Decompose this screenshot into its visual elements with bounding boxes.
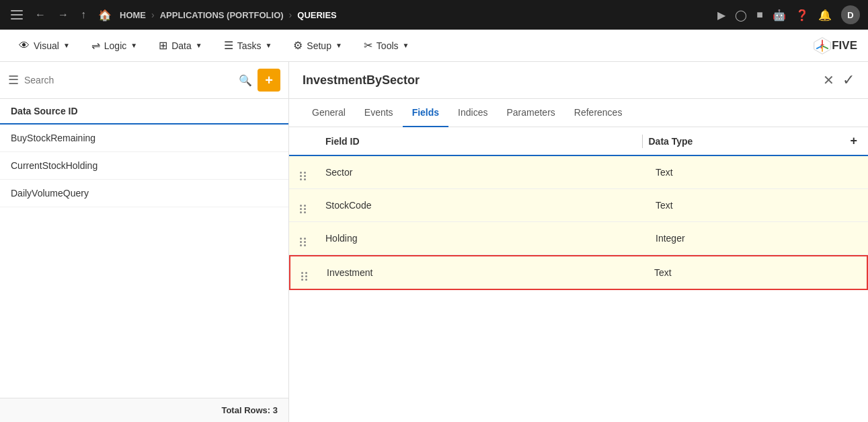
- five-logo-text: FIVE: [832, 39, 857, 52]
- drag-handle-icon[interactable]: [301, 265, 321, 281]
- breadcrumb: 🏠 HOME › APPLICATIONS (PORTFOLIO) › QUER…: [95, 6, 711, 24]
- field-id-header: Field ID: [320, 136, 637, 147]
- help-icon[interactable]: ❓: [795, 9, 809, 22]
- data-type-cell: Text: [656, 167, 857, 178]
- confirm-button[interactable]: ✓: [842, 71, 855, 89]
- nav-tools-label: Tools: [377, 40, 399, 51]
- total-rows-label: Total Rows: 3: [221, 405, 278, 415]
- secondary-nav: 👁 Visual ▼ ⇌ Logic ▼ ⊞ Data ▼ ☰ Tasks ▼ …: [0, 30, 868, 62]
- field-id-cell: Investment: [321, 267, 654, 278]
- sidebar-item-current-stock[interactable]: CurrentStockHolding: [0, 152, 288, 180]
- table-header: Field ID Data Type +: [289, 127, 868, 156]
- top-nav-bar: ← → ↑ 🏠 HOME › APPLICATIONS (PORTFOLIO) …: [0, 0, 868, 30]
- drag-handle-icon[interactable]: [300, 230, 320, 246]
- tasks-icon: ☰: [224, 39, 233, 52]
- preview-icon[interactable]: ◯: [735, 9, 747, 22]
- data-type-cell: Text: [654, 267, 856, 278]
- table-row-selected[interactable]: Investment Text: [289, 255, 868, 290]
- setup-icon: ⚙: [293, 39, 303, 52]
- data-type-cell: Integer: [656, 233, 857, 244]
- sidebar-item-label: BuyStockRemaining: [11, 133, 95, 143]
- breadcrumb-sep-2: ›: [289, 9, 292, 20]
- filter-icon: ☰: [8, 73, 19, 87]
- drag-handle-icon[interactable]: [300, 197, 320, 213]
- sidebar-footer: Total Rows: 3: [0, 398, 288, 422]
- tab-general[interactable]: General: [303, 99, 355, 127]
- breadcrumb-apps[interactable]: APPLICATIONS (PORTFOLIO): [160, 10, 284, 20]
- sidebar-search-row: ☰ 🔍 +: [0, 62, 288, 99]
- field-id-cell: Holding: [320, 233, 656, 244]
- add-field-button[interactable]: +: [850, 134, 857, 148]
- logic-icon: ⇌: [91, 39, 100, 52]
- nav-tasks-label: Tasks: [237, 40, 262, 51]
- tab-fields[interactable]: Fields: [403, 99, 448, 127]
- data-type-cell: Text: [656, 200, 857, 211]
- home-icon: 🏠: [95, 6, 114, 24]
- nav-setup[interactable]: ⚙ Setup ▼: [285, 35, 350, 56]
- five-logo: F FIVE: [813, 36, 857, 55]
- tab-references[interactable]: References: [565, 99, 632, 127]
- add-button[interactable]: +: [258, 69, 280, 92]
- breadcrumb-sep-1: ›: [151, 9, 155, 20]
- bell-icon[interactable]: 🔔: [818, 9, 832, 22]
- main-layout: ☰ 🔍 + Data Source ID BuyStockRemaining C…: [0, 62, 868, 422]
- tab-events[interactable]: Events: [355, 99, 403, 127]
- data-icon: ⊞: [159, 39, 167, 52]
- user-avatar[interactable]: D: [841, 5, 860, 24]
- up-button[interactable]: ↑: [78, 6, 89, 24]
- sidebar-item-buy-stock[interactable]: BuyStockRemaining: [0, 125, 288, 152]
- tasks-caret: ▼: [265, 42, 272, 49]
- nav-logic[interactable]: ⇌ Logic ▼: [83, 35, 145, 56]
- nav-data-label: Data: [171, 40, 192, 51]
- five-logo-icon: F: [813, 36, 832, 55]
- fields-table: Field ID Data Type + Sector Text StockCo…: [289, 127, 868, 422]
- setup-caret: ▼: [336, 42, 342, 49]
- tab-parameters[interactable]: Parameters: [497, 99, 564, 127]
- nav-tools[interactable]: ✂ Tools ▼: [356, 35, 418, 56]
- nav-visual[interactable]: 👁 Visual ▼: [11, 36, 78, 56]
- sidebar: ☰ 🔍 + Data Source ID BuyStockRemaining C…: [0, 62, 289, 422]
- forward-button[interactable]: →: [55, 6, 71, 24]
- sidebar-header: Data Source ID: [0, 99, 288, 125]
- close-button[interactable]: ✕: [823, 72, 834, 88]
- play-icon[interactable]: ▶: [717, 9, 725, 22]
- bot-icon[interactable]: 🤖: [773, 9, 786, 22]
- tools-icon: ✂: [364, 39, 372, 52]
- table-row[interactable]: Holding Integer: [289, 222, 868, 255]
- table-row[interactable]: StockCode Text: [289, 189, 868, 222]
- search-input[interactable]: [24, 75, 233, 85]
- content-area: InvestmentBySector ✕ ✓ General Events Fi…: [289, 62, 868, 422]
- logic-caret: ▼: [130, 42, 137, 49]
- sidebar-item-daily-volume[interactable]: DailyVolumeQuery: [0, 180, 288, 207]
- breadcrumb-queries[interactable]: QUERIES: [297, 10, 337, 20]
- nav-setup-label: Setup: [307, 40, 331, 51]
- nav-visual-label: Visual: [34, 40, 59, 51]
- content-title: InvestmentBySector: [303, 73, 823, 87]
- sidebar-list: BuyStockRemaining CurrentStockHolding Da…: [0, 125, 288, 398]
- tabs-bar: General Events Fields Indices Parameters…: [289, 99, 868, 127]
- sidebar-item-label: DailyVolumeQuery: [11, 188, 89, 199]
- top-nav-right: ▶ ◯ ■ 🤖 ❓ 🔔 D: [717, 5, 860, 24]
- data-caret: ▼: [196, 42, 202, 49]
- field-id-cell: StockCode: [320, 200, 656, 211]
- nav-tasks[interactable]: ☰ Tasks ▼: [216, 35, 280, 56]
- tools-caret: ▼: [403, 42, 409, 49]
- hamburger-menu[interactable]: [8, 7, 26, 22]
- drag-handle-icon[interactable]: [300, 164, 320, 180]
- sidebar-item-label: CurrentStockHolding: [11, 160, 97, 171]
- breadcrumb-home[interactable]: HOME: [120, 10, 146, 20]
- search-icon[interactable]: 🔍: [239, 74, 252, 87]
- nav-data[interactable]: ⊞ Data ▼: [151, 35, 210, 56]
- table-row[interactable]: Sector Text: [289, 156, 868, 189]
- nav-logic-label: Logic: [104, 40, 126, 51]
- stop-icon[interactable]: ■: [756, 9, 763, 21]
- sidebar-header-label: Data Source ID: [11, 106, 78, 116]
- back-button[interactable]: ←: [32, 6, 48, 24]
- content-header: InvestmentBySector ✕ ✓: [289, 62, 868, 99]
- data-type-header: Data Type: [648, 136, 850, 147]
- visual-caret: ▼: [63, 42, 70, 49]
- field-id-cell: Sector: [320, 167, 656, 178]
- tab-indices[interactable]: Indices: [448, 99, 497, 127]
- col-divider: [642, 135, 643, 148]
- eye-icon: 👁: [19, 40, 30, 52]
